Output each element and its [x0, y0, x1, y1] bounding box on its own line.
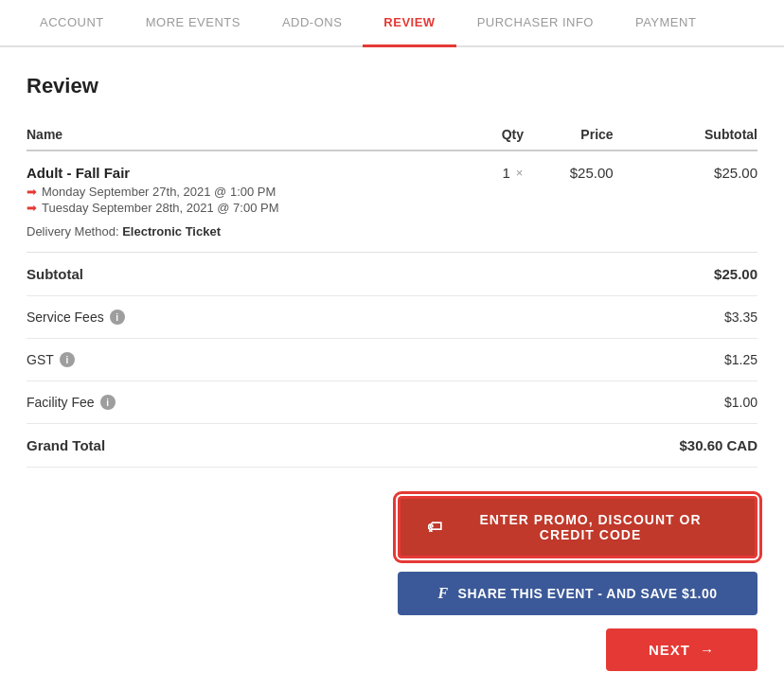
buttons-area: 🏷 ENTER PROMO, DISCOUNT OR CREDIT CODE f…: [27, 496, 757, 671]
service-fees-row: Service Fees i $3.35: [27, 296, 757, 339]
item-date-start-text: Monday September 27th, 2021 @ 1:00 PM: [42, 185, 276, 199]
gst-value: $1.25: [614, 339, 757, 381]
tab-more-events[interactable]: MORE EVENTS: [125, 0, 261, 47]
subtotal-row: Subtotal $25.00: [27, 253, 757, 296]
facebook-icon: f: [437, 585, 448, 602]
delivery-cell: Delivery Method: Electronic Ticket: [27, 221, 757, 253]
service-fees-label-wrapper: Service Fees i: [27, 310, 614, 325]
grand-total-label: Grand Total: [27, 437, 105, 453]
gst-row: GST i $1.25: [27, 339, 757, 381]
grand-total-label-cell: Grand Total: [27, 424, 614, 468]
table-header-row: Name Qty Price Subtotal: [27, 119, 757, 150]
tab-add-ons[interactable]: ADD-ONS: [261, 0, 363, 47]
calendar-start-icon: ➡: [27, 185, 37, 199]
tag-icon: 🏷: [427, 519, 443, 536]
facility-fee-label: Facility Fee: [27, 395, 95, 410]
remove-item-button[interactable]: ×: [516, 166, 524, 180]
item-subtotal-cell: $25.00: [614, 150, 757, 221]
review-table: Name Qty Price Subtotal Adult - Fall Fai…: [27, 119, 757, 468]
arrow-right-icon: →: [700, 642, 715, 658]
page-title: Review: [27, 74, 757, 98]
gst-label: GST: [27, 352, 54, 367]
next-button-label: NEXT: [649, 642, 690, 658]
delivery-value: Electronic Ticket: [122, 224, 221, 239]
item-name-cell: Adult - Fall Fair ➡ Monday September 27t…: [27, 150, 492, 221]
gst-label-cell: GST i: [27, 339, 614, 381]
item-date-start: ➡ Monday September 27th, 2021 @ 1:00 PM: [27, 185, 492, 199]
promo-button[interactable]: 🏷 ENTER PROMO, DISCOUNT OR CREDIT CODE: [398, 496, 757, 558]
qty-wrapper: 1 ×: [492, 165, 533, 181]
subtotal-label-cell: Subtotal: [27, 253, 614, 296]
col-header-qty: Qty: [492, 119, 533, 150]
item-name: Adult - Fall Fair: [27, 165, 492, 181]
delivery-label: Delivery Method:: [27, 224, 119, 239]
item-date-end-text: Tuesday September 28th, 2021 @ 7:00 PM: [42, 201, 278, 215]
share-button[interactable]: f SHARE THIS EVENT - AND SAVE $1.00: [398, 572, 757, 615]
col-header-name: Name: [27, 119, 492, 150]
next-button[interactable]: NEXT →: [606, 628, 757, 671]
item-qty-cell: 1 ×: [492, 150, 533, 221]
promo-button-label: ENTER PROMO, DISCOUNT OR CREDIT CODE: [453, 512, 728, 542]
facility-fee-label-cell: Facility Fee i: [27, 381, 614, 424]
grand-total-row: Grand Total $30.60 CAD: [27, 424, 757, 468]
gst-label-wrapper: GST i: [27, 352, 614, 367]
tab-review[interactable]: REVIEW: [363, 0, 455, 47]
item-date-end: ➡ Tuesday September 28th, 2021 @ 7:00 PM: [27, 201, 492, 215]
tab-purchaser-info[interactable]: PURCHASER INFO: [456, 0, 615, 47]
navigation-tabs: ACCOUNT MORE EVENTS ADD-ONS REVIEW PURCH…: [0, 0, 784, 47]
subtotal-value: $25.00: [614, 253, 757, 296]
tab-payment[interactable]: PAYMENT: [615, 0, 717, 47]
subtotal-label: Subtotal: [27, 266, 614, 282]
item-quantity: 1: [502, 165, 509, 181]
item-price-cell: $25.00: [533, 150, 614, 221]
tab-account[interactable]: ACCOUNT: [19, 0, 125, 47]
main-content: Review Name Qty Price Subtotal Adult - F…: [0, 47, 784, 690]
service-fees-info-icon[interactable]: i: [110, 310, 125, 325]
service-fees-value: $3.35: [614, 296, 757, 339]
col-header-price: Price: [533, 119, 614, 150]
col-header-subtotal: Subtotal: [614, 119, 757, 150]
delivery-row: Delivery Method: Electronic Ticket: [27, 221, 757, 253]
gst-info-icon[interactable]: i: [60, 352, 75, 367]
share-button-label: SHARE THIS EVENT - AND SAVE $1.00: [458, 586, 718, 601]
facility-fee-row: Facility Fee i $1.00: [27, 381, 757, 424]
facility-fee-value: $1.00: [614, 381, 757, 424]
facility-fee-info-icon[interactable]: i: [100, 395, 116, 410]
service-fees-label: Service Fees: [27, 310, 104, 325]
grand-total-value: $30.60 CAD: [614, 424, 757, 468]
table-row: Adult - Fall Fair ➡ Monday September 27t…: [27, 150, 757, 221]
service-fees-label-cell: Service Fees i: [27, 296, 614, 339]
calendar-end-icon: ➡: [27, 201, 37, 215]
facility-fee-label-wrapper: Facility Fee i: [27, 395, 614, 410]
